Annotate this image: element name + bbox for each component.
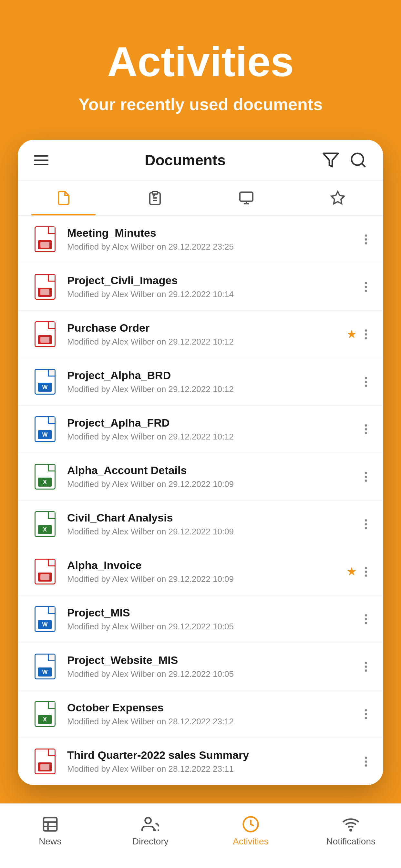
doc-file-icon: X [32, 509, 58, 538]
doc-actions [345, 518, 369, 531]
doc-actions: ★ [346, 565, 369, 578]
svg-rect-3 [152, 191, 158, 194]
more-options-icon[interactable] [363, 708, 369, 721]
doc-name: Project_Website_MIS [67, 654, 345, 666]
more-options-icon[interactable] [363, 423, 369, 436]
activities-label: Activities [233, 836, 268, 847]
list-item[interactable]: W Project_MIS Modified by Alex Wilber on… [18, 595, 383, 643]
list-item[interactable]: X Alpha_Account Details Modified by Alex… [18, 453, 383, 500]
doc-actions [345, 423, 369, 436]
doc-actions [345, 613, 369, 626]
doc-file-icon [32, 557, 58, 586]
list-item[interactable]: X October Expenses Modified by Alex Wilb… [18, 690, 383, 738]
doc-file-icon: W [32, 367, 58, 396]
doc-meta: Modified by Alex Wilber on 29.12.2022 10… [67, 289, 345, 299]
doc-meta: Modified by Alex Wilber on 28.12.2022 23… [67, 764, 345, 774]
list-item[interactable]: Project_Civli_Images Modified by Alex Wi… [18, 263, 383, 311]
star-icon[interactable]: ★ [346, 328, 357, 341]
documents-card: Documents [18, 140, 383, 785]
more-options-icon[interactable] [363, 660, 369, 673]
doc-meta: Modified by Alex Wilber on 29.12.2022 10… [67, 574, 346, 584]
doc-file-icon: W [32, 414, 58, 444]
doc-meta: Modified by Alex Wilber on 29.12.2022 10… [67, 337, 346, 347]
list-item[interactable]: X Civil_Chart Analysis Modified by Alex … [18, 500, 383, 548]
doc-file-icon: W [32, 604, 58, 633]
nav-item-activities[interactable]: Activities [201, 815, 301, 847]
svg-point-18 [350, 830, 351, 831]
doc-name: October Expenses [67, 702, 345, 714]
more-options-icon[interactable] [363, 565, 369, 578]
doc-info: Alpha_Invoice Modified by Alex Wilber on… [67, 559, 346, 584]
nav-item-news[interactable]: News [0, 815, 100, 847]
doc-meta: Modified by Alex Wilber on 29.12.2022 10… [67, 669, 345, 679]
more-options-icon[interactable] [363, 470, 369, 484]
tab-tasks[interactable] [109, 181, 201, 215]
more-options-icon[interactable] [363, 755, 369, 768]
doc-info: Project_Website_MIS Modified by Alex Wil… [67, 654, 345, 679]
doc-info: Meeting_Minutes Modified by Alex Wilber … [67, 227, 345, 252]
doc-info: Civil_Chart Analysis Modified by Alex Wi… [67, 512, 345, 537]
document-list: Meeting_Minutes Modified by Alex Wilber … [18, 216, 383, 785]
svg-point-14 [145, 817, 151, 824]
doc-info: Project_MIS Modified by Alex Wilber on 2… [67, 607, 345, 631]
doc-actions [345, 280, 369, 293]
doc-file-icon: X [32, 700, 58, 728]
page-title: Activities [19, 39, 382, 85]
notifications-icon [342, 815, 360, 833]
doc-info: Alpha_Account Details Modified by Alex W… [67, 464, 345, 489]
list-item[interactable]: Alpha_Invoice Modified by Alex Wilber on… [18, 548, 383, 595]
directory-label: Directory [132, 836, 168, 847]
more-options-icon[interactable] [363, 280, 369, 293]
more-options-icon[interactable] [363, 328, 369, 341]
more-options-icon[interactable] [363, 375, 369, 389]
card-header: Documents [18, 140, 383, 181]
star-icon[interactable]: ★ [346, 565, 357, 578]
notifications-label: Notifications [326, 836, 375, 847]
search-icon[interactable] [349, 151, 367, 169]
directory-icon [142, 815, 159, 833]
nav-item-directory[interactable]: Directory [100, 815, 201, 847]
header-section: Activities Your recently used documents [0, 0, 401, 140]
doc-file-icon: W [32, 652, 58, 681]
list-item[interactable]: W Project_Website_MIS Modified by Alex W… [18, 643, 383, 690]
card-title: Documents [145, 151, 225, 169]
doc-info: Third Quarter-2022 sales Summary Modifie… [67, 749, 345, 774]
doc-name: Third Quarter-2022 sales Summary [67, 749, 345, 762]
doc-info: October Expenses Modified by Alex Wilber… [67, 702, 345, 726]
list-item[interactable]: W Project_Aplha_FRD Modified by Alex Wil… [18, 406, 383, 453]
list-item[interactable]: Third Quarter-2022 sales Summary Modifie… [18, 738, 383, 785]
tab-bar [18, 181, 383, 216]
doc-meta: Modified by Alex Wilber on 29.12.2022 23… [67, 242, 345, 252]
list-item[interactable]: W Project_Alpha_BRD Modified by Alex Wil… [18, 358, 383, 406]
tab-documents[interactable] [18, 181, 109, 215]
svg-line-2 [362, 163, 365, 166]
doc-actions [345, 375, 369, 389]
bottom-nav: News Directory Activities Notifications [0, 803, 401, 868]
doc-file-icon: X [32, 462, 58, 491]
favorites-tab-icon [330, 190, 345, 206]
doc-actions [345, 708, 369, 721]
more-options-icon[interactable] [363, 613, 369, 626]
tab-desktop[interactable] [201, 181, 292, 215]
tasks-tab-icon [147, 190, 163, 206]
doc-file-icon [32, 225, 58, 254]
doc-name: Alpha_Invoice [67, 559, 346, 571]
menu-icon[interactable] [34, 155, 49, 165]
document-tab-icon [56, 190, 71, 206]
more-options-icon[interactable] [363, 233, 369, 246]
news-label: News [39, 836, 61, 847]
doc-file-icon [32, 272, 58, 301]
list-item[interactable]: Purchase Order Modified by Alex Wilber o… [18, 311, 383, 358]
svg-rect-10 [43, 817, 57, 831]
doc-actions [345, 755, 369, 768]
list-item[interactable]: Meeting_Minutes Modified by Alex Wilber … [18, 216, 383, 263]
doc-name: Project_Civli_Images [67, 274, 345, 287]
doc-actions [345, 660, 369, 673]
svg-rect-6 [240, 192, 253, 201]
header-action-icons [322, 151, 367, 169]
tab-favorites[interactable] [292, 181, 383, 215]
more-options-icon[interactable] [363, 518, 369, 531]
nav-item-notifications[interactable]: Notifications [301, 815, 401, 847]
filter-icon[interactable] [322, 151, 340, 169]
doc-meta: Modified by Alex Wilber on 29.12.2022 10… [67, 384, 345, 394]
